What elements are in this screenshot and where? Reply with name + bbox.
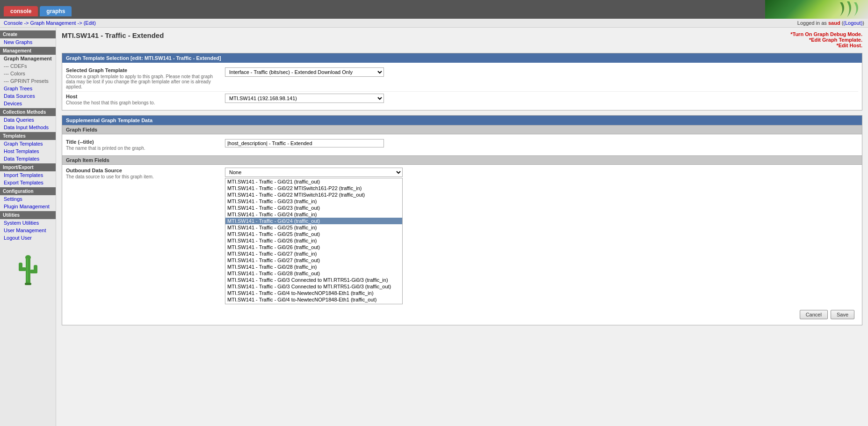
list-item[interactable]: MTI.SW141 - Traffic - Gi0/27 (traffic_in… (225, 250, 402, 257)
host-select[interactable]: MTI.SW141 (192.168.98.141) (225, 94, 384, 103)
sidebar-host-templates[interactable]: Host Templates (0, 147, 56, 155)
sidebar-plugin-management[interactable]: Plugin Management (0, 203, 56, 210)
sidebar-graph-trees[interactable]: Graph Trees (0, 85, 56, 92)
list-item[interactable]: MTI.SW141 - Traffic - Gi0/26 (traffic_in… (225, 237, 402, 244)
supplemental-section-header: Supplemental Graph Template Data (62, 116, 862, 125)
breadcrumb: Console -> Graph Management -> (Edit) Lo… (0, 19, 868, 28)
graph-fields-header: Graph Fields (62, 125, 862, 134)
graph-template-section: Graph Template Selection [edit: MTI.SW14… (62, 53, 862, 110)
list-item[interactable]: MTI.SW141 - Traffic - Gi0/27 (traffic_ou… (225, 257, 402, 264)
import-export-header: Import/Export (0, 163, 56, 171)
management-header: Management (0, 47, 56, 55)
list-item[interactable]: MTI.SW141 - Traffic - Gi0/23 (traffic_ou… (225, 205, 402, 211)
list-item[interactable]: MTI.SW141 - Traffic - Gi0/24 (traffic_in… (225, 211, 402, 218)
list-item[interactable]: MTI.SW141 - Traffic - Gi0/25 (traffic_ou… (225, 231, 402, 237)
cancel-button[interactable]: Cancel (800, 310, 828, 319)
sidebar-user-management[interactable]: User Management (0, 227, 56, 234)
list-item[interactable]: MTI.SW141 - Traffic - Gi0/24 (traffic_ou… (225, 218, 402, 224)
sidebar-data-templates[interactable]: Data Templates (0, 155, 56, 162)
buttons-row: Cancel Save (66, 307, 858, 322)
svg-rect-8 (25, 283, 31, 285)
cactus-icon (0, 242, 56, 303)
sidebar-new-graphs[interactable]: New Graphs (0, 38, 56, 46)
sidebar-logout-user[interactable]: Logout User (0, 234, 56, 242)
graphs-tab[interactable]: graphs (40, 6, 72, 16)
list-item[interactable]: MTI.SW141 - Traffic - Gi0/21 (traffic_ou… (225, 178, 402, 185)
list-item[interactable]: MTI.SW141 - Traffic - Gi0/3 Connected to… (225, 277, 402, 283)
console-tab[interactable]: console (4, 6, 38, 16)
configuration-header: Configuration (0, 187, 56, 195)
sidebar-gprint-presets[interactable]: --- GPRINT Presets (0, 77, 56, 85)
sidebar-data-sources[interactable]: Data Sources (0, 92, 56, 100)
sidebar-export-templates[interactable]: Export Templates (0, 179, 56, 186)
outbound-ds-desc: The data source to use for this graph it… (66, 174, 220, 179)
action-links: Turn On Graph Debug Mode. Edit Graph Tem… (790, 31, 862, 48)
list-item[interactable]: MTI.SW141 - Traffic - Gi0/5 to-NewtecNOP… (225, 303, 402, 304)
svg-rect-7 (27, 258, 28, 281)
sidebar-settings[interactable]: Settings (0, 195, 56, 203)
data-source-listbox[interactable]: MTI.SW141 - Traffic - Gi0/21 (traffic_ou… (225, 178, 403, 304)
title-input[interactable] (225, 139, 384, 147)
logout-link[interactable]: (Logout) (843, 20, 862, 26)
list-item[interactable]: MTI.SW141 - Traffic - Gi0/4 to-NewtecNOP… (225, 296, 402, 303)
sidebar-data-input-methods[interactable]: Data Input Methods (0, 124, 56, 131)
supplemental-section: Supplemental Graph Template Data Graph F… (62, 115, 862, 325)
outbound-ds-select[interactable]: None (225, 168, 403, 177)
outbound-ds-label: Outbound Data Source (66, 168, 220, 173)
page-title: MTI.SW141 - Traffic - Extended (62, 31, 164, 39)
svg-rect-4 (19, 263, 22, 271)
sidebar-data-queries[interactable]: Data Queries (0, 116, 56, 124)
list-item[interactable]: MTI.SW141 - Traffic - Gi0/26 (traffic_ou… (225, 244, 402, 250)
list-item[interactable]: MTI.SW141 - Traffic - Gi0/28 (traffic_ou… (225, 270, 402, 277)
list-item[interactable]: MTI.SW141 - Traffic - Gi0/22 MTISwitch16… (225, 185, 402, 191)
collection-header: Collection Methods (0, 108, 56, 116)
list-item[interactable]: MTI.SW141 - Traffic - Gi0/23 (traffic_in… (225, 198, 402, 205)
breadcrumb-console[interactable]: Console (4, 20, 22, 26)
edit-host-link[interactable]: Edit Host. (790, 43, 862, 48)
host-label: Host (66, 94, 220, 99)
graph-template-select[interactable]: Interface - Traffic (bits/sec) - Extende… (225, 67, 384, 77)
create-header: Create (0, 30, 56, 38)
list-item[interactable]: MTI.SW141 - Traffic - Gi0/22 MTISwitch16… (225, 191, 402, 198)
list-item[interactable]: MTI.SW141 - Traffic - Gi0/25 (traffic_in… (225, 224, 402, 231)
host-desc: Choose the host that this graph belongs … (66, 100, 220, 105)
svg-rect-6 (34, 265, 37, 273)
sidebar-graph-management[interactable]: Graph Management (0, 55, 56, 62)
edit-template-link[interactable]: Edit Graph Template. (790, 37, 862, 43)
sidebar-devices[interactable]: Devices (0, 100, 56, 107)
sidebar-import-templates[interactable]: Import Templates (0, 171, 56, 179)
list-item[interactable]: MTI.SW141 - Traffic - Gi0/3 Connected to… (225, 283, 402, 290)
list-item[interactable]: MTI.SW141 - Traffic - Gi0/28 (traffic_in… (225, 264, 402, 270)
graph-template-section-header: Graph Template Selection [edit: MTI.SW14… (62, 53, 862, 63)
utilities-header: Utilities (0, 211, 56, 219)
selected-graph-template-desc: Choose a graph template to apply to this… (66, 74, 220, 89)
title-field-label: Title (--title) (66, 139, 220, 145)
templates-header: Templates (0, 132, 56, 140)
debug-mode-link[interactable]: Turn On Graph Debug Mode. (790, 31, 862, 37)
graph-item-fields-header: Graph Item Fields (62, 155, 862, 165)
sidebar-colors[interactable]: --- Colors (0, 70, 56, 77)
sidebar-system-utilities[interactable]: System Utilities (0, 219, 56, 227)
sidebar-graph-templates[interactable]: Graph Templates (0, 140, 56, 147)
save-button[interactable]: Save (831, 310, 854, 319)
breadcrumb-graph-management[interactable]: Graph Management (30, 20, 76, 26)
list-item[interactable]: MTI.SW141 - Traffic - Gi0/4 to-NewtecNOP… (225, 290, 402, 296)
title-field-desc: The name that is printed on the graph. (66, 146, 220, 151)
sidebar-cdefs[interactable]: --- CDEFs (0, 62, 56, 70)
selected-graph-template-label: Selected Graph Template (66, 67, 220, 73)
